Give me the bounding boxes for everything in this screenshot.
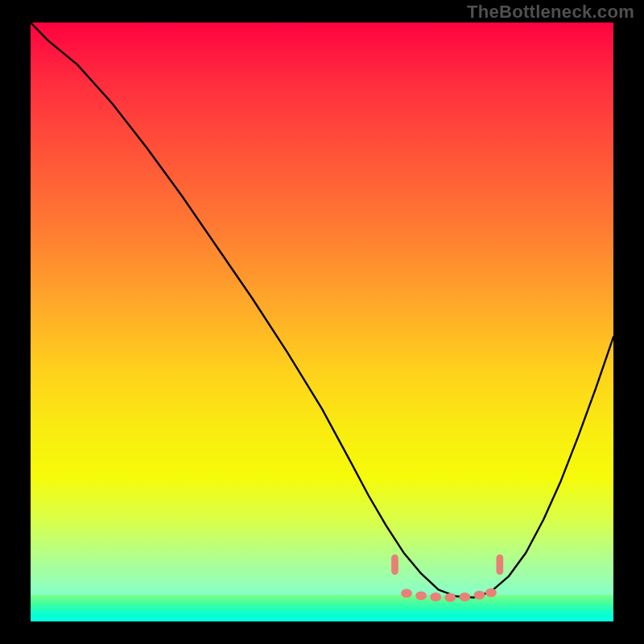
chart-container: TheBottleneck.com [0, 0, 644, 644]
range-dot [474, 591, 485, 600]
range-dot [485, 588, 497, 597]
optimal-range-markers [391, 555, 503, 602]
range-dot [401, 588, 412, 597]
range-end-tick [496, 555, 503, 575]
bottleneck-curve-svg [31, 23, 613, 621]
range-end-tick [391, 555, 398, 575]
range-dot [415, 591, 427, 600]
plot-area [31, 23, 613, 621]
bottleneck-curve-path [31, 23, 613, 597]
range-dot [444, 593, 456, 602]
range-dot [430, 592, 441, 601]
range-dot [460, 592, 471, 601]
watermark-text: TheBottleneck.com [467, 2, 634, 23]
